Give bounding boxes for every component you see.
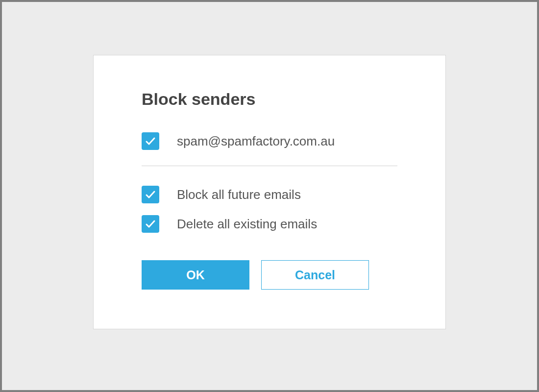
options-group: Block all future emails Delete all exist… <box>142 186 397 233</box>
check-icon <box>145 135 156 147</box>
divider <box>142 166 397 166</box>
sender-checkbox[interactable] <box>142 132 159 150</box>
delete-existing-checkbox[interactable] <box>142 215 159 233</box>
cancel-button[interactable]: Cancel <box>261 260 369 290</box>
dialog-title: Block senders <box>142 90 397 109</box>
block-future-checkbox[interactable] <box>142 186 159 203</box>
option-block-future: Block all future emails <box>142 186 397 203</box>
check-icon <box>145 218 156 230</box>
option-delete-existing: Delete all existing emails <box>142 215 397 233</box>
delete-existing-label: Delete all existing emails <box>177 217 317 232</box>
block-senders-dialog: Block senders spam@spamfactory.com.au Bl… <box>93 55 446 329</box>
block-future-label: Block all future emails <box>177 187 301 202</box>
check-icon <box>145 189 156 200</box>
sender-row: spam@spamfactory.com.au <box>142 132 397 150</box>
page-background: Block senders spam@spamfactory.com.au Bl… <box>2 2 537 390</box>
sender-email-label: spam@spamfactory.com.au <box>177 134 335 149</box>
dialog-buttons: OK Cancel <box>142 260 397 290</box>
ok-button[interactable]: OK <box>142 260 249 290</box>
